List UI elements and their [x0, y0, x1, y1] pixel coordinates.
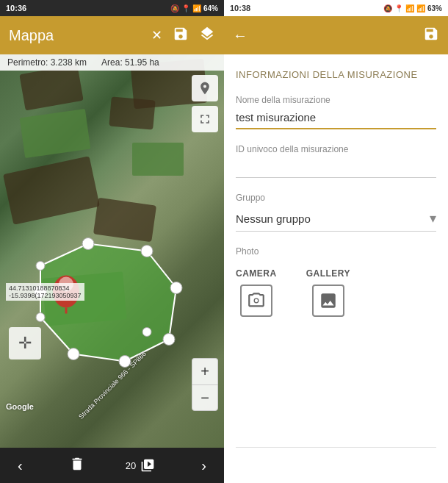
- save-btn-right[interactable]: [423, 26, 439, 46]
- bottom-spacer: [224, 448, 448, 483]
- nav-forward-btn[interactable]: ›: [195, 454, 212, 477]
- id-input[interactable]: [236, 157, 436, 178]
- wifi-icon: 📶: [192, 4, 201, 12]
- app-bar-icons: ✕: [151, 26, 215, 46]
- svg-point-10: [36, 313, 45, 322]
- save-icon[interactable]: [173, 26, 189, 46]
- group-label: Gruppo: [236, 193, 436, 203]
- right-panel: 10:38 🔕 📍 📶 📶 63% ← INFORMAZIONI DELLA M…: [224, 0, 448, 483]
- camera-label: CAMERA: [236, 268, 277, 279]
- camera-icon-box: [240, 285, 272, 317]
- back-btn-right[interactable]: ←: [233, 27, 248, 44]
- svg-point-5: [170, 282, 182, 294]
- battery-right: 63%: [427, 4, 442, 12]
- count-label: 20: [126, 460, 136, 471]
- time-left: 10:36: [6, 4, 26, 12]
- photo-row: CAMERA GALLERY: [236, 268, 436, 317]
- svg-point-4: [141, 246, 153, 257]
- map-background: Perimetro: 3.238 km Area: 51.95 ha 44.71…: [0, 54, 224, 448]
- silent-icon: 🔕: [170, 4, 179, 12]
- battery-left: 64%: [203, 4, 218, 12]
- move-icon[interactable]: ✛: [9, 327, 41, 359]
- zoom-in-btn[interactable]: +: [192, 358, 218, 384]
- svg-point-6: [142, 328, 151, 337]
- google-logo: Google: [6, 402, 34, 411]
- bottom-nav-left: ‹ 20 ›: [0, 448, 224, 483]
- perim-bar: Perimetro: 3.238 km Area: 51.95 ha: [0, 54, 224, 71]
- form-area: INFORMAZIONI DELLA MISURAZIONE Nome dell…: [224, 54, 448, 447]
- svg-point-9: [68, 348, 79, 360]
- silent-icon-r: 🔕: [383, 4, 392, 12]
- map-controls-top: [192, 75, 218, 132]
- area-label: Area: 51.95 ha: [101, 57, 159, 68]
- left-panel: 10:36 🔕 📍 📶 64% Mappa ✕: [0, 0, 224, 483]
- nav-back-btn[interactable]: ‹: [12, 454, 29, 477]
- dropdown-arrow-icon: ▾: [430, 210, 436, 226]
- group-value: Nessun gruppo: [236, 212, 311, 225]
- layers-icon[interactable]: [199, 26, 215, 46]
- group-dropdown[interactable]: Nessun gruppo ▾: [236, 206, 436, 232]
- form-title: INFORMAZIONI DELLA MISURAZIONE: [236, 69, 436, 80]
- status-bar-right: 10:38 🔕 📍 📶 📶 63%: [224, 0, 448, 16]
- zoom-out-btn[interactable]: −: [192, 384, 218, 411]
- name-label: Nome della misurazione: [236, 95, 436, 105]
- svg-point-3: [82, 238, 94, 250]
- time-right: 10:38: [230, 4, 250, 12]
- fullscreen-btn[interactable]: [192, 106, 218, 132]
- map-title: Mappa: [9, 27, 151, 44]
- svg-point-2: [36, 262, 45, 271]
- zoom-controls: + −: [192, 358, 218, 411]
- gallery-option[interactable]: GALLERY: [306, 268, 350, 317]
- delete-btn[interactable]: [69, 456, 85, 476]
- name-input[interactable]: [236, 108, 436, 129]
- signal-icon-r: 📶: [416, 4, 425, 12]
- camera-option[interactable]: CAMERA: [236, 268, 277, 317]
- location-icon: 📍: [181, 4, 190, 12]
- perimeter-label: Perimetro: 3.238 km: [7, 57, 87, 68]
- gallery-icon-box: [312, 285, 344, 317]
- app-bar-right: ←: [224, 16, 448, 54]
- map-area[interactable]: Perimetro: 3.238 km Area: 51.95 ha 44.71…: [0, 54, 224, 448]
- coords-label: 44.71310188870834 -15.9398(172193050937: [6, 283, 84, 301]
- location-icon-r: 📍: [394, 4, 403, 12]
- close-icon[interactable]: ✕: [151, 27, 162, 43]
- wifi-icon-r: 📶: [405, 4, 414, 12]
- location-pin-btn[interactable]: [192, 75, 218, 101]
- status-bar-left: 10:36 🔕 📍 📶 64%: [0, 0, 224, 16]
- photo-label: Photo: [236, 246, 436, 257]
- nav-center: 20: [126, 458, 155, 473]
- svg-point-7: [163, 334, 175, 346]
- app-bar-left: Mappa ✕: [0, 16, 224, 54]
- gallery-label: GALLERY: [306, 268, 350, 279]
- status-icons-right: 🔕 📍 📶 📶 63%: [383, 4, 442, 12]
- status-icons-left: 🔕 📍 📶 64%: [170, 4, 218, 12]
- id-label: ID univoco della misurazione: [236, 144, 436, 154]
